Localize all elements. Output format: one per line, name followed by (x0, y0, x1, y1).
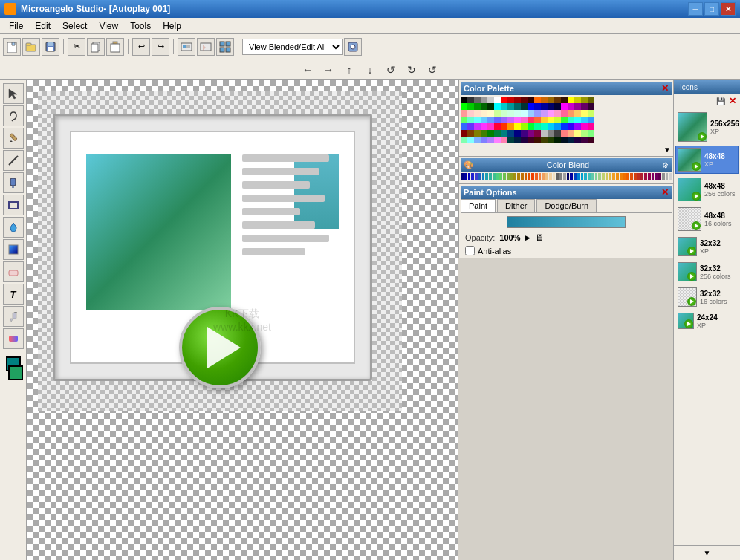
color-cell[interactable] (514, 110, 521, 117)
blend-settings-icon[interactable]: ⚙ (662, 161, 669, 169)
color-cell[interactable] (514, 117, 521, 123)
color-cell[interactable] (554, 137, 561, 143)
color-cell[interactable] (588, 103, 594, 110)
color-cell[interactable] (568, 103, 574, 110)
color-cell[interactable] (568, 137, 574, 143)
blend-cell[interactable] (623, 173, 626, 180)
color-cell[interactable] (581, 117, 588, 123)
color-cell[interactable] (467, 97, 474, 103)
color-cell[interactable] (494, 97, 501, 103)
color-cell[interactable] (574, 110, 581, 117)
color-cell[interactable] (581, 130, 588, 137)
color-cell[interactable] (568, 123, 574, 130)
color-cell[interactable] (534, 137, 541, 143)
color-cell[interactable] (481, 110, 487, 117)
blend-cell[interactable] (510, 173, 513, 180)
blend-cell[interactable] (669, 173, 672, 180)
color-cell[interactable] (574, 123, 581, 130)
color-grid[interactable] (461, 97, 672, 143)
color-cell[interactable] (507, 97, 514, 103)
color-cell[interactable] (514, 123, 521, 130)
color-cell[interactable] (474, 97, 481, 103)
icon-list-item[interactable]: 48x48XP (675, 146, 739, 174)
paste-button[interactable] (106, 38, 124, 56)
color-cell[interactable] (534, 103, 541, 110)
color-cell[interactable] (494, 117, 501, 123)
blend-cell[interactable] (539, 173, 542, 180)
line-tool[interactable] (3, 150, 24, 171)
color-cell[interactable] (541, 97, 548, 103)
fill-tool[interactable] (3, 217, 24, 238)
color-cell[interactable] (561, 97, 568, 103)
blend-cell[interactable] (556, 173, 559, 180)
blend-cell[interactable] (644, 173, 647, 180)
menu-edit[interactable]: Edit (29, 19, 56, 33)
color-cell[interactable] (534, 117, 541, 123)
color-cell[interactable] (481, 103, 487, 110)
new-button[interactable] (3, 38, 21, 56)
export-button[interactable] (197, 38, 215, 56)
color-cell[interactable] (507, 130, 514, 137)
blend-cell[interactable] (640, 173, 643, 180)
blend-cell[interactable] (567, 173, 570, 180)
maximize-button[interactable]: □ (704, 2, 719, 16)
color-cell[interactable] (554, 117, 561, 123)
blend-cell[interactable] (478, 173, 481, 180)
blend-cell[interactable] (658, 173, 661, 180)
color-cell[interactable] (501, 110, 507, 117)
color-cell[interactable] (507, 123, 514, 130)
select-tool[interactable] (3, 83, 24, 104)
blend-cell[interactable] (507, 173, 510, 180)
blend-cell[interactable] (461, 173, 464, 180)
icon-list-item[interactable]: 32x32256 colors (675, 260, 739, 284)
color-cell[interactable] (588, 137, 594, 143)
color-cell[interactable] (461, 130, 467, 137)
color-cell[interactable] (474, 130, 481, 137)
color-cell[interactable] (574, 103, 581, 110)
blend-cell[interactable] (468, 173, 471, 180)
blend-cell[interactable] (489, 173, 492, 180)
tab-dither[interactable]: Dither (497, 199, 535, 212)
color-cell[interactable] (528, 130, 534, 137)
move-right-button[interactable]: → (321, 62, 336, 77)
blend-cell[interactable] (662, 173, 665, 180)
palette-scroll[interactable]: ▼ (461, 145, 672, 154)
color-cell[interactable] (507, 117, 514, 123)
color-cell[interactable] (528, 117, 534, 123)
color-cell[interactable] (501, 103, 507, 110)
copy-button[interactable] (87, 38, 105, 56)
color-cell[interactable] (507, 103, 514, 110)
color-cell[interactable] (474, 123, 481, 130)
paint-tool[interactable] (3, 172, 24, 193)
blend-cell[interactable] (602, 173, 605, 180)
blend-cell[interactable] (499, 173, 502, 180)
icon-list-scroll-btn[interactable]: ▼ (674, 545, 740, 560)
color-cell[interactable] (487, 123, 494, 130)
color-cell[interactable] (581, 123, 588, 130)
icon-list-item[interactable]: 48x4816 colors (675, 205, 739, 233)
color-cell[interactable] (461, 97, 467, 103)
color-cell[interactable] (548, 103, 554, 110)
blend-cell[interactable] (545, 173, 548, 180)
color-cell[interactable] (507, 137, 514, 143)
menu-view[interactable]: View (93, 19, 124, 33)
blend-tool[interactable] (3, 328, 24, 349)
blend-cell[interactable] (637, 173, 640, 180)
blend-cell[interactable] (620, 173, 623, 180)
menu-help[interactable]: Help (157, 19, 187, 33)
color-cell[interactable] (481, 123, 487, 130)
color-cell[interactable] (581, 110, 588, 117)
color-cell[interactable] (467, 110, 474, 117)
color-cell[interactable] (501, 97, 507, 103)
opacity-arrow[interactable]: ▶ (525, 234, 530, 241)
cut-button[interactable]: ✂ (68, 38, 85, 56)
view-mode-select[interactable]: View Blended/Edit All (242, 39, 343, 55)
blend-cell[interactable] (517, 173, 520, 180)
move-down-button[interactable]: ↓ (363, 62, 377, 77)
eyedropper-tool[interactable] (3, 306, 24, 327)
color-cell[interactable] (528, 97, 534, 103)
color-cell[interactable] (481, 130, 487, 137)
color-cell[interactable] (514, 97, 521, 103)
color-cell[interactable] (501, 137, 507, 143)
color-cell[interactable] (588, 110, 594, 117)
